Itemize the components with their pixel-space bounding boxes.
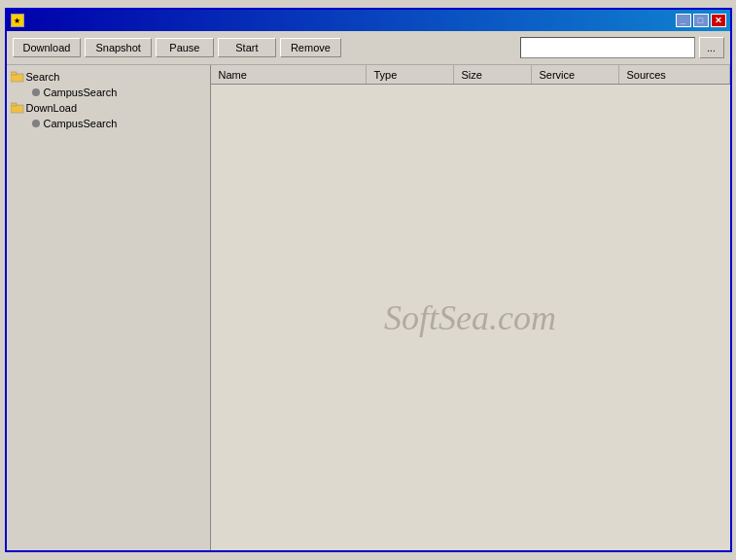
folder-icon (11, 71, 24, 83)
sidebar-item-download[interactable]: DownLoad (9, 100, 208, 116)
title-bar-left: ★ (11, 14, 28, 27)
app-icon: ★ (11, 14, 24, 27)
search-input[interactable] (520, 37, 695, 58)
table-header: Name Type Size Service Sources (211, 65, 730, 85)
col-header-service: Service (532, 65, 619, 84)
watermark-text: SoftSea.com (384, 298, 556, 338)
close-button[interactable]: ✕ (711, 14, 726, 27)
snapshot-button[interactable]: Snapshot (85, 38, 151, 57)
main-area: Search CampusSearch DownLoad (7, 65, 730, 550)
browse-button[interactable]: ... (699, 37, 724, 58)
folder-icon-download (11, 102, 24, 114)
maximize-button[interactable]: □ (693, 14, 709, 27)
sidebar-item-campus-search-2[interactable]: CampusSearch (9, 116, 208, 131)
pause-button[interactable]: Pause (156, 38, 214, 57)
col-header-size: Size (454, 65, 532, 84)
title-bar: ★ _ □ ✕ (7, 10, 730, 31)
col-header-name: Name (211, 65, 367, 84)
search-folder-label: Search (26, 71, 60, 83)
svg-rect-3 (11, 103, 17, 106)
content-body: SoftSea.com (211, 85, 730, 550)
title-buttons: _ □ ✕ (676, 14, 726, 27)
minimize-button[interactable]: _ (676, 14, 691, 27)
main-window: ★ _ □ ✕ Download Snapshot Pause Start Re… (5, 8, 732, 552)
col-header-type: Type (367, 65, 454, 84)
search-child-label: CampusSearch (44, 87, 118, 98)
svg-rect-1 (11, 72, 17, 75)
content-area: Name Type Size Service Sources SoftSea.c… (211, 65, 730, 550)
download-folder-label: DownLoad (26, 102, 78, 114)
sidebar: Search CampusSearch DownLoad (7, 65, 211, 550)
start-button[interactable]: Start (218, 38, 276, 57)
sidebar-item-campus-search-1[interactable]: CampusSearch (9, 85, 208, 100)
col-header-sources: Sources (619, 65, 730, 84)
bullet-icon-2 (32, 120, 40, 127)
sidebar-item-search[interactable]: Search (9, 69, 208, 85)
download-button[interactable]: Download (13, 38, 82, 57)
bullet-icon (32, 88, 40, 96)
download-child-label: CampusSearch (44, 118, 118, 129)
remove-button[interactable]: Remove (280, 38, 341, 57)
toolbar: Download Snapshot Pause Start Remove ... (7, 31, 730, 65)
